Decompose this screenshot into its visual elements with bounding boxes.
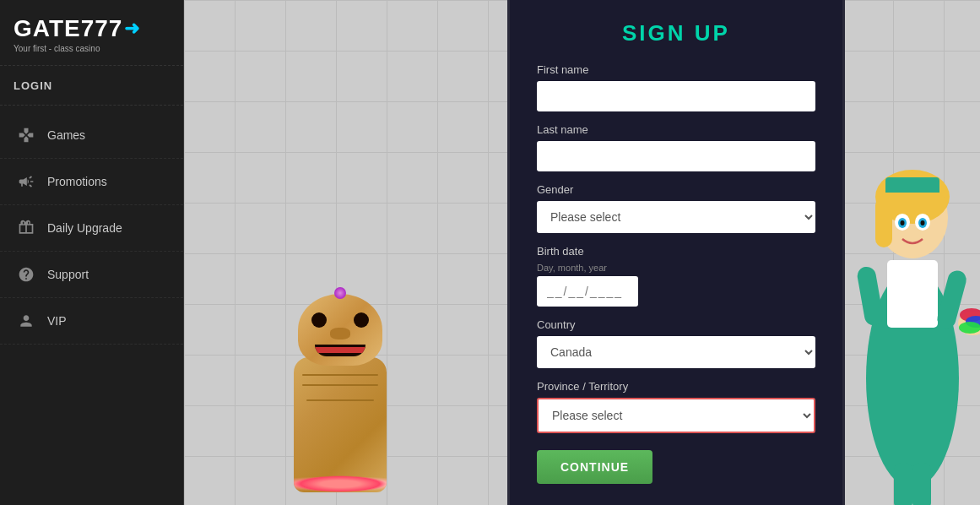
- birth-date-group: Birth date Day, month, year: [537, 245, 815, 307]
- stewardess-character: [828, 66, 980, 505]
- logo-tagline: Your first - class casino: [14, 44, 170, 53]
- sidebar-nav: Games Promotions Daily Upgrade: [0, 106, 183, 351]
- last-name-input[interactable]: [537, 141, 815, 171]
- login-button[interactable]: LOGIN: [14, 79, 52, 92]
- daily-upgrade-icon: [17, 219, 35, 237]
- country-select[interactable]: Canada United States United Kingdom Aust…: [537, 336, 815, 368]
- birth-date-input[interactable]: [537, 276, 638, 307]
- logo: GATE777 ➜: [14, 15, 170, 42]
- province-label: Province / Territory: [537, 380, 815, 393]
- birth-date-hint: Day, month, year: [537, 263, 815, 273]
- login-area: LOGIN: [0, 66, 183, 106]
- svg-rect-1: [887, 260, 938, 328]
- sidebar: GATE777 ➜ Your first - class casino LOGI…: [0, 0, 184, 505]
- tiki-character: [285, 269, 420, 505]
- first-name-input[interactable]: [537, 81, 815, 111]
- promotions-label: Promotions: [47, 175, 107, 188]
- province-select[interactable]: Please select Alberta British Columbia M…: [537, 398, 815, 433]
- support-icon: [17, 265, 35, 284]
- country-group: Country Canada United States United King…: [537, 318, 815, 368]
- province-group: Province / Territory Please select Alber…: [537, 380, 815, 433]
- main-content: SIGN UP First name Last name Gender Plea…: [184, 0, 980, 505]
- support-label: Support: [47, 268, 89, 281]
- promotions-icon: [17, 172, 35, 191]
- vip-label: VIP: [47, 314, 67, 328]
- svg-point-18: [959, 322, 980, 334]
- games-icon: [17, 126, 35, 144]
- logo-area: GATE777 ➜ Your first - class casino: [0, 0, 183, 66]
- daily-upgrade-label: Daily Upgrade: [47, 221, 122, 235]
- signup-modal: SIGN UP First name Last name Gender Plea…: [507, 0, 845, 505]
- games-label: Games: [47, 128, 85, 142]
- svg-rect-14: [856, 265, 885, 327]
- logo-text: GATE777: [14, 15, 122, 42]
- last-name-label: Last name: [537, 123, 815, 136]
- sidebar-item-vip[interactable]: VIP: [0, 298, 183, 345]
- svg-point-12: [921, 220, 925, 225]
- svg-rect-4: [875, 197, 892, 247]
- country-label: Country: [537, 318, 815, 331]
- svg-rect-19: [894, 463, 912, 505]
- first-name-label: First name: [537, 63, 815, 76]
- last-name-group: Last name: [537, 123, 815, 171]
- svg-point-11: [901, 220, 905, 225]
- birth-date-label: Birth date: [537, 245, 815, 258]
- gender-label: Gender: [537, 183, 815, 196]
- logo-arrow: ➜: [124, 18, 140, 40]
- continue-button[interactable]: CONTINUE: [537, 450, 652, 484]
- gender-select[interactable]: Please select Male Female Other: [537, 201, 815, 233]
- sidebar-item-daily-upgrade[interactable]: Daily Upgrade: [0, 205, 183, 252]
- sidebar-item-promotions[interactable]: Promotions: [0, 159, 183, 205]
- vip-icon: [17, 312, 35, 330]
- first-name-group: First name: [537, 63, 815, 111]
- svg-rect-6: [879, 193, 946, 198]
- modal-title: SIGN UP: [537, 20, 815, 46]
- sidebar-item-games[interactable]: Games: [0, 112, 183, 159]
- sidebar-item-support[interactable]: Support: [0, 252, 183, 298]
- svg-rect-20: [912, 463, 931, 505]
- gender-group: Gender Please select Male Female Other: [537, 183, 815, 233]
